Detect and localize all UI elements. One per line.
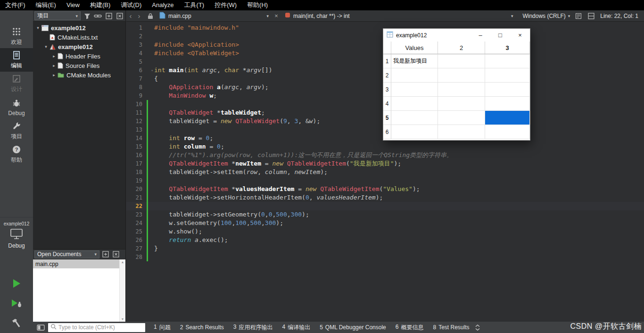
mode-edit[interactable]: 编辑 bbox=[0, 48, 33, 72]
line-number[interactable]: 25 bbox=[126, 227, 148, 236]
scroll-down-icon[interactable]: ▼ bbox=[121, 317, 124, 321]
line-number[interactable]: 15 bbox=[126, 142, 148, 151]
table-cell-r3c1[interactable] bbox=[391, 83, 438, 97]
close-document-icon[interactable]: × bbox=[272, 12, 281, 19]
table-cell-r6c3[interactable] bbox=[485, 125, 530, 139]
table-corner[interactable] bbox=[383, 42, 391, 54]
tree-item-header-files[interactable]: ▸ Header Files bbox=[33, 51, 125, 61]
row-header-1[interactable]: 1 bbox=[383, 54, 391, 68]
line-number[interactable]: 10 bbox=[126, 100, 148, 108]
table-cell-r6c2[interactable] bbox=[438, 125, 485, 139]
table-cell-r6c1[interactable] bbox=[391, 125, 438, 139]
line-number[interactable]: 2 bbox=[126, 32, 148, 41]
output-pane-qml-debugger-console[interactable]: 5 QML Debugger Console bbox=[315, 324, 391, 331]
column-header-3[interactable]: 3 bbox=[485, 42, 530, 54]
chevron-down-icon[interactable]: ▾ bbox=[35, 25, 41, 30]
tree-item-cmakelists-txt[interactable]: CMakeLists.txt bbox=[33, 33, 125, 42]
chevron-down-icon[interactable]: ▾ bbox=[43, 44, 49, 49]
line-number[interactable]: 24 bbox=[126, 219, 148, 227]
menu-item-d[interactable]: 调试(D) bbox=[116, 0, 147, 10]
table-cell-r2c2[interactable] bbox=[438, 68, 485, 83]
table-cell-r1c3[interactable] bbox=[485, 54, 530, 68]
output-pane-[interactable]: 4 编译输出 bbox=[277, 324, 315, 332]
row-header-2[interactable]: 2 bbox=[383, 68, 391, 83]
line-number[interactable]: 14 bbox=[126, 134, 148, 142]
split-panel-icon[interactable] bbox=[104, 11, 113, 20]
table-cell-r4c3[interactable] bbox=[485, 97, 530, 111]
kit-selector[interactable]: example012 Debug bbox=[0, 217, 33, 249]
output-pane-[interactable]: 1 问题 bbox=[149, 324, 175, 332]
column-header-values[interactable]: Values bbox=[391, 42, 438, 54]
symbol-select[interactable]: main(int, char **) -> int ▾ bbox=[281, 12, 517, 19]
table-cell-r5c2[interactable] bbox=[438, 111, 485, 125]
line-number[interactable]: 5 bbox=[126, 58, 148, 66]
table-cell-r1c2[interactable] bbox=[438, 54, 485, 68]
scrollbar[interactable]: ▲ ▼ bbox=[119, 259, 125, 322]
table-cell-r5c3[interactable] bbox=[485, 111, 530, 125]
tree-item-example012[interactable]: ▾ example012 bbox=[33, 23, 125, 33]
line-number[interactable]: 21 bbox=[126, 193, 148, 202]
tree-item-example012[interactable]: ▾ example012 bbox=[33, 42, 125, 51]
tree-item-source-files[interactable]: ▸ Source Files bbox=[33, 61, 125, 70]
menu-item-t[interactable]: 工具(T) bbox=[179, 0, 210, 10]
maximize-button[interactable]: □ bbox=[490, 29, 510, 42]
forward-icon[interactable]: › bbox=[135, 11, 143, 21]
split-editor-icon[interactable] bbox=[586, 11, 595, 20]
menu-item-w[interactable]: 控件(W) bbox=[209, 0, 242, 10]
scroll-up-icon[interactable]: ▲ bbox=[121, 260, 124, 264]
row-header-5[interactable]: 5 bbox=[383, 111, 391, 125]
fold-marker-icon[interactable]: ▾ bbox=[151, 67, 153, 75]
output-pane-[interactable]: 3 应用程序输出 bbox=[229, 324, 278, 332]
line-number[interactable]: 17 bbox=[126, 159, 148, 168]
line-number[interactable]: 11 bbox=[126, 108, 148, 117]
output-panes-menu-icon[interactable] bbox=[475, 324, 480, 331]
menu-item-h[interactable]: 帮助(H) bbox=[242, 0, 273, 10]
chevron-right-icon[interactable]: ▸ bbox=[51, 54, 57, 58]
line-number[interactable]: 4 bbox=[126, 49, 148, 58]
table-cell-r5c1[interactable] bbox=[391, 111, 438, 125]
debug-run-button[interactable] bbox=[10, 297, 23, 309]
table-widget[interactable]: Values231我是新加项目23456 bbox=[383, 42, 530, 140]
open-documents-select[interactable]: Open Documents ▾ bbox=[34, 250, 99, 258]
tree-item-cmake-modules[interactable]: ▸ CMake Modules bbox=[33, 70, 125, 80]
output-pane-test-results[interactable]: 8 Test Results bbox=[428, 324, 474, 331]
run-button[interactable] bbox=[10, 277, 23, 290]
close-panel-icon[interactable] bbox=[111, 250, 120, 259]
close-button[interactable]: × bbox=[510, 29, 530, 42]
table-cell-r2c1[interactable] bbox=[391, 68, 438, 83]
app-window-titlebar[interactable]: example012 – □ × bbox=[383, 29, 530, 42]
menu-item-view[interactable]: View bbox=[61, 0, 85, 10]
back-icon[interactable]: ‹ bbox=[126, 11, 135, 21]
menu-item-f[interactable]: 文件(F) bbox=[0, 0, 31, 10]
line-number[interactable]: 7 bbox=[126, 75, 148, 83]
line-number[interactable]: 20 bbox=[126, 185, 148, 193]
minimize-button[interactable]: – bbox=[471, 29, 490, 42]
table-cell-r4c2[interactable] bbox=[438, 97, 485, 111]
mode-design[interactable]: 设计 bbox=[0, 72, 33, 95]
line-number[interactable]: 28 bbox=[126, 253, 148, 261]
mode-projects[interactable]: 项目 bbox=[0, 119, 33, 142]
line-number[interactable]: 23 bbox=[126, 210, 148, 219]
table-cell-r3c3[interactable] bbox=[485, 83, 530, 97]
sync-link-icon[interactable] bbox=[93, 11, 102, 20]
table-cell-r3c2[interactable] bbox=[438, 83, 485, 97]
table-cell-r4c1[interactable] bbox=[391, 97, 438, 111]
menu-item-analyze[interactable]: Analyze bbox=[147, 0, 179, 10]
doc-properties-icon[interactable] bbox=[574, 11, 583, 20]
line-number[interactable]: 27 bbox=[126, 244, 148, 253]
line-ending-select[interactable]: Windows (CRLF) ▾ bbox=[522, 13, 570, 19]
mode-welcome[interactable]: 欢迎 bbox=[0, 25, 33, 48]
split-panel-icon[interactable] bbox=[101, 250, 110, 259]
close-panel-icon[interactable] bbox=[115, 11, 124, 20]
row-header-6[interactable]: 6 bbox=[383, 125, 391, 139]
row-header-3[interactable]: 3 bbox=[383, 83, 391, 97]
navigation-view-select[interactable]: 项目 ▾ bbox=[34, 11, 81, 20]
line-number[interactable]: 13 bbox=[126, 125, 148, 134]
line-number[interactable]: 18 bbox=[126, 168, 148, 176]
table-cell-r2c3[interactable] bbox=[485, 68, 530, 83]
output-pane-[interactable]: 6 概要信息 bbox=[391, 324, 429, 332]
mode-debug[interactable]: Debug bbox=[0, 95, 33, 119]
locator[interactable] bbox=[48, 323, 145, 332]
mode-help[interactable]: ? 帮助 bbox=[0, 142, 33, 166]
open-file-select[interactable]: main.cpp ▾ bbox=[157, 12, 272, 20]
